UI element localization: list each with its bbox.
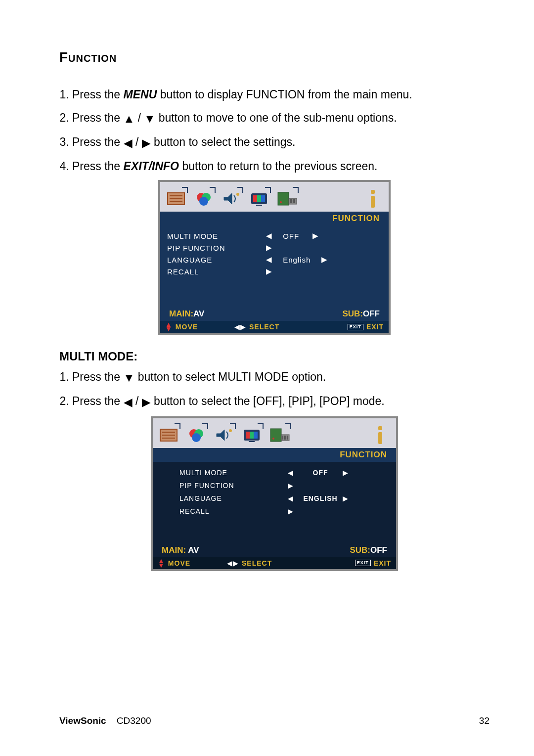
left-triangle-icon: ◀ [124,133,133,153]
right-arrow-icon: ▶ [343,469,357,477]
left-arrow-icon: ◀ [283,469,298,477]
right-arrow-icon: ▶ [283,507,298,515]
main-steps-list: Press the MENU button to display FUNCTIO… [59,85,490,176]
osd-footer: ▲▼ MOVE ◀▶ SELECT EXIT EXIT [153,557,396,569]
svg-point-6 [199,197,208,206]
step-4: Press the EXIT/INFO button to return to … [72,157,490,176]
left-arrow-icon: ◀ [283,494,298,502]
svg-rect-21 [371,196,375,208]
right-arrow-icon: ▶ [321,255,328,264]
tab-function-icon [276,188,298,210]
svg-rect-9 [253,195,257,202]
svg-rect-31 [246,432,250,439]
left-arrow-icon: ◀ [266,231,272,240]
page-footer: ViewSonic CD3200 32 [59,715,490,726]
osd-row-pip: PIP FUNCTION ▶ [167,242,382,253]
svg-rect-39 [284,436,285,440]
svg-rect-18 [293,199,294,203]
svg-rect-42 [378,426,382,430]
osd-screenshot-1: FUNCTION MULTI MODE ◀ OFF ▶ PIP FUNCTION… [158,180,391,335]
tab-list-icon [158,424,179,446]
tab-color-icon [185,424,207,446]
section-title: Function [59,49,490,65]
osd-tab-row [160,182,389,212]
svg-rect-13 [278,192,289,205]
right-arrow-icon: ▶ [343,494,357,502]
osd-row-recall: RECALL ▶ [160,505,389,517]
right-arrow-icon: ▶ [283,482,298,489]
up-triangle-icon: ▲ [124,109,135,129]
multimode-steps: Press the ▼ button to select MULTI MODE … [59,367,490,412]
tab-color-icon [193,188,215,210]
svg-rect-19 [294,199,295,203]
exit-box-icon: EXIT [355,560,371,566]
step-1: Press the MENU button to display FUNCTIO… [72,85,490,104]
svg-rect-38 [282,436,283,440]
svg-rect-43 [378,432,382,444]
osd-status-bar: MAIN: AV SUB:OFF [153,543,396,557]
exit-box-icon: EXIT [348,324,363,330]
osd-row-multimode: MULTI MODE ◀ OFF ▶ [167,230,382,241]
tab-info-icon [369,424,391,446]
step-3: Press the ◀ / ▶ button to select the set… [72,133,490,153]
osd-row-language: LANGUAGE ◀ ENGLISH ▶ [160,492,389,504]
tab-tv-icon [248,188,270,210]
osd-title: FUNCTION [153,448,396,462]
tab-audio-icon [221,188,242,210]
osd-title: FUNCTION [160,212,389,225]
svg-rect-35 [270,429,281,442]
tab-list-icon [165,188,187,210]
right-arrow-icon: ▶ [266,267,272,276]
osd-status-bar: MAIN:AV SUB:OFF [160,307,389,321]
svg-rect-16 [290,199,291,203]
svg-rect-20 [371,190,375,194]
down-triangle-icon: ▼ [144,109,155,129]
svg-rect-17 [291,199,292,203]
svg-point-29 [229,429,232,432]
left-arrow-icon: ◀ [266,255,272,264]
svg-point-36 [272,438,274,440]
tab-tv-icon [241,424,263,446]
tab-audio-icon [213,424,235,446]
mm-step-2: Press the ◀ / ▶ button to select the [OF… [72,392,490,412]
osd-footer: ▲▼ MOVE ◀▶ SELECT EXIT EXIT [160,321,389,333]
svg-rect-11 [261,195,265,202]
osd-row-language: LANGUAGE ◀ English ▶ [167,254,382,265]
left-triangle-icon: ◀ [124,393,133,412]
osd-tab-row [153,418,396,448]
tab-info-icon [362,188,384,210]
svg-rect-10 [257,195,261,202]
multimode-heading: MULTI MODE: [59,350,490,363]
step-2: Press the ▲ / ▼ button to move to one of… [72,108,490,129]
osd-row-pip: PIP FUNCTION ▶ [160,480,389,491]
mm-step-1: Press the ▼ button to select MULTI MODE … [72,367,490,388]
osd-body: MULTI MODE ◀ OFF ▶ PIP FUNCTION ▶ LANGUA… [160,225,389,307]
svg-point-7 [236,193,239,196]
down-triangle-icon: ▼ [124,368,135,388]
svg-rect-41 [287,436,288,440]
right-arrow-icon: ▶ [312,231,319,240]
right-triangle-icon: ▶ [142,393,151,412]
svg-point-14 [280,201,282,203]
osd-row-multimode: MULTI MODE ◀ OFF ▶ [160,467,389,479]
svg-point-28 [192,433,201,442]
svg-rect-33 [254,432,258,439]
right-triangle-icon: ▶ [142,133,151,153]
svg-rect-32 [250,432,254,439]
svg-rect-40 [285,436,286,440]
tab-function-icon [268,424,290,446]
osd-screenshot-2: FUNCTION MULTI MODE ◀ OFF ▶ PIP FUNCTION… [151,416,398,571]
osd-body: MULTI MODE ◀ OFF ▶ PIP FUNCTION ▶ LANGUA… [153,462,396,543]
page-number: 32 [479,715,490,726]
osd-row-recall: RECALL ▶ [167,266,382,277]
right-arrow-icon: ▶ [266,243,272,252]
